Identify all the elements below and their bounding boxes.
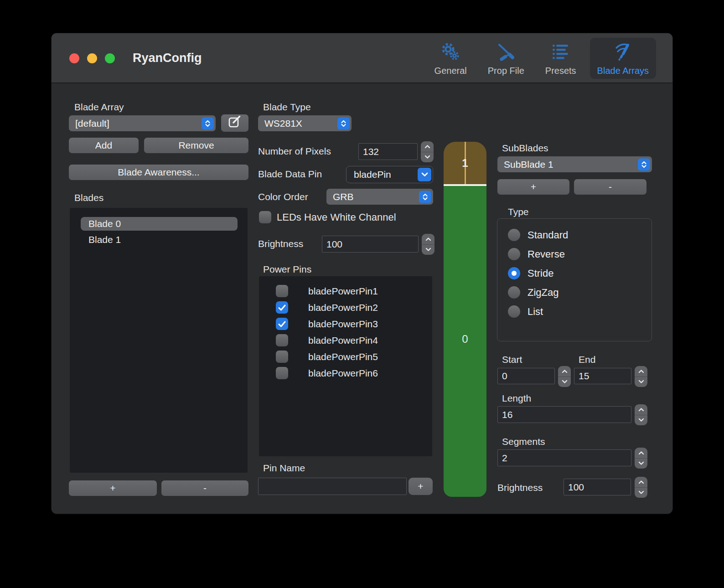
blade-preview[interactable]: 1 0 [444, 142, 486, 497]
edit-blade-array-button[interactable] [221, 114, 248, 132]
brightness-input[interactable] [322, 236, 419, 253]
brightness-stepper [422, 234, 434, 255]
tab-prop-file[interactable]: Prop File [481, 38, 532, 79]
add-subblade-button[interactable]: + [497, 179, 569, 195]
power-pin-label: bladePowerPin6 [308, 368, 378, 379]
list-icon [550, 41, 572, 65]
stepper-up-button[interactable] [558, 366, 571, 377]
stepper-down-button[interactable] [635, 415, 647, 426]
pin-name-input[interactable] [258, 478, 407, 495]
subblade-0-segment[interactable]: 0 [444, 186, 486, 497]
end-stepper [635, 366, 647, 387]
type-radio-list[interactable] [508, 305, 520, 318]
blades-list-item[interactable]: Blade 0 [81, 217, 238, 231]
power-pin-checkbox[interactable] [276, 285, 288, 297]
length-stepper [635, 404, 647, 425]
type-option-label: Stride [527, 268, 553, 279]
tab-blade-arrays[interactable]: Blade Arrays [590, 38, 656, 79]
stepper-down-button[interactable] [635, 377, 647, 387]
start-stepper [558, 366, 571, 387]
stepper-down-button[interactable] [635, 459, 647, 469]
power-pins-panel: bladePowerPin1 bladePowerPin2 bladePower… [259, 276, 432, 456]
chevron-updown-icon [337, 117, 350, 129]
type-group: Standard Reverse Stride ZigZag List [497, 218, 652, 341]
stepper-up-button[interactable] [422, 234, 434, 245]
power-pin-checkbox[interactable] [276, 351, 288, 363]
minimize-button[interactable] [87, 53, 97, 63]
power-pin-checkbox[interactable] [276, 367, 288, 379]
tab-presets-label: Presets [545, 66, 576, 76]
data-pin-combobox[interactable]: bladePin [346, 166, 433, 183]
blade-type-select[interactable]: WS281X [258, 115, 352, 131]
start-input[interactable] [497, 368, 555, 384]
stepper-down-button[interactable] [421, 152, 434, 163]
add-blade-array-button[interactable]: Add [69, 138, 139, 153]
subblade-value: SubBlade 1 [504, 159, 553, 170]
start-label: Start [502, 354, 522, 365]
color-order-value: GRB [333, 191, 354, 202]
color-order-select[interactable]: GRB [326, 189, 433, 205]
brightness-label: Brightness [258, 238, 303, 249]
app-window: RyanConfig General [51, 33, 673, 514]
power-pin-row: bladePowerPin3 [276, 318, 378, 330]
titlebar: RyanConfig General [52, 33, 672, 83]
stepper-up-button[interactable] [635, 448, 647, 459]
type-radio-standard[interactable] [508, 229, 520, 241]
remove-blade-array-button[interactable]: Remove [144, 138, 248, 153]
stepper-down-button[interactable] [635, 488, 647, 498]
type-option-label: ZigZag [527, 287, 559, 299]
segments-label: Segments [502, 436, 545, 447]
tab-general[interactable]: General [427, 38, 474, 79]
white-channel-label: LEDs Have White Channel [277, 211, 396, 223]
white-channel-row: LEDs Have White Channel [259, 211, 396, 223]
blades-list-item[interactable]: Blade 1 [81, 233, 238, 247]
power-pins-label: Power Pins [263, 264, 311, 275]
length-input[interactable] [497, 406, 631, 423]
subblade-1-number: 1 [462, 157, 468, 170]
add-blade-button[interactable]: + [69, 480, 157, 496]
pixels-input[interactable] [358, 143, 418, 160]
end-label: End [579, 354, 595, 365]
blade-array-select[interactable]: [default] [69, 115, 216, 131]
blade-type-label: Blade Type [263, 102, 311, 113]
subblade-select[interactable]: SubBlade 1 [497, 156, 652, 172]
color-order-label: Color Order [258, 191, 308, 202]
type-radio-zigzag[interactable] [508, 286, 520, 299]
zoom-button[interactable] [105, 53, 115, 63]
subblades-label: SubBlades [502, 143, 548, 154]
power-pin-row: bladePowerPin2 [276, 301, 378, 314]
tab-presets[interactable]: Presets [538, 38, 584, 79]
blade-awareness-button[interactable]: Blade Awareness... [69, 165, 248, 180]
subblade-brightness-input[interactable] [564, 479, 631, 495]
stepper-up-button[interactable] [635, 366, 647, 377]
power-pin-label: bladePowerPin1 [308, 286, 378, 297]
data-pin-value: bladePin [354, 169, 391, 180]
blade-item-label: Blade 1 [88, 234, 121, 245]
stepper-up-button[interactable] [421, 141, 434, 152]
power-pin-checkbox[interactable] [276, 301, 288, 314]
type-radio-reverse[interactable] [508, 248, 520, 260]
segments-input[interactable] [497, 449, 631, 466]
type-radio-stride[interactable] [508, 267, 520, 279]
stepper-up-button[interactable] [635, 404, 647, 415]
remove-blade-button[interactable]: - [161, 480, 248, 496]
tab-blade-arrays-label: Blade Arrays [597, 66, 649, 76]
screen: RyanConfig General [0, 0, 724, 588]
type-option-label: List [527, 306, 543, 318]
stepper-down-button[interactable] [558, 377, 571, 387]
end-input[interactable] [574, 368, 631, 384]
subblade-1-segment[interactable]: 1 [444, 142, 486, 184]
stepper-up-button[interactable] [635, 477, 647, 488]
stepper-down-button[interactable] [422, 245, 434, 255]
blades-list: Blade 0 Blade 1 [70, 208, 248, 473]
chevron-updown-icon [638, 158, 650, 170]
white-channel-checkbox[interactable] [259, 211, 271, 223]
power-pin-row: bladePowerPin1 [276, 285, 378, 297]
add-pin-button[interactable]: + [409, 478, 433, 495]
type-option-label: Reverse [527, 248, 565, 260]
power-pin-checkbox[interactable] [276, 318, 288, 330]
power-pin-checkbox[interactable] [276, 334, 288, 346]
length-label: Length [502, 393, 531, 404]
remove-subblade-button[interactable]: - [574, 179, 646, 195]
close-button[interactable] [69, 53, 79, 63]
